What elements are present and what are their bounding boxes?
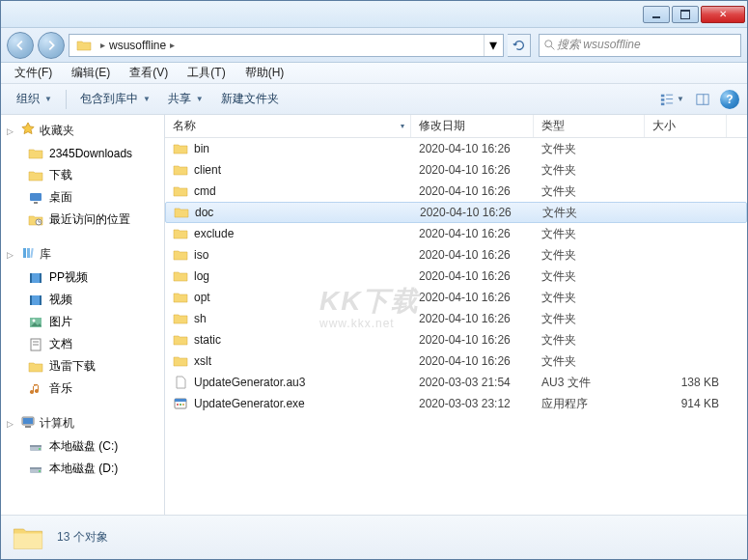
column-header-date[interactable]: 修改日期 xyxy=(411,115,534,137)
search-box[interactable]: 搜索 wsusoffline xyxy=(539,34,741,57)
video-icon xyxy=(28,293,43,308)
preview-pane-button[interactable] xyxy=(689,89,716,110)
file-name: sh xyxy=(194,312,207,325)
forward-button[interactable] xyxy=(38,32,65,59)
svg-rect-37 xyxy=(175,399,186,402)
menu-item[interactable]: 查看(V) xyxy=(120,63,178,83)
file-row[interactable]: doc2020-04-10 16:26文件夹 xyxy=(165,202,747,223)
sort-indicator-icon: ▾ xyxy=(401,122,404,130)
svg-rect-11 xyxy=(34,202,38,204)
sidebar-item[interactable]: 桌面 xyxy=(1,186,164,209)
menu-item[interactable]: 编辑(E) xyxy=(62,63,120,83)
folder-icon xyxy=(173,226,188,241)
navigation-pane[interactable]: ▷收藏夹2345Downloads下载桌面最近访问的位置▷库PP视频视频图片文档… xyxy=(1,115,165,515)
file-type: 文件夹 xyxy=(534,247,645,264)
file-type: 文件夹 xyxy=(534,353,645,370)
minimize-button[interactable] xyxy=(643,6,670,23)
file-list[interactable]: KK下载 www.kkx.net bin2020-04-10 16:26文件夹c… xyxy=(165,138,747,515)
chevron-down-icon: ▼ xyxy=(677,95,684,103)
file-row[interactable]: exclude2020-04-10 16:26文件夹 xyxy=(165,223,747,244)
sidebar-item[interactable]: 图片 xyxy=(1,311,164,333)
sidebar-item[interactable]: 2345Downloads xyxy=(1,143,164,164)
status-text: 13 个对象 xyxy=(57,529,108,546)
file-name: static xyxy=(194,333,221,347)
include-in-library-button[interactable]: 包含到库中▼ xyxy=(72,87,158,111)
file-row[interactable]: opt2020-04-10 16:26文件夹 xyxy=(165,287,747,308)
file-row[interactable]: iso2020-04-10 16:26文件夹 xyxy=(165,244,747,266)
svg-rect-17 xyxy=(30,273,32,283)
sidebar-item[interactable]: 下载 xyxy=(1,164,164,186)
file-icon xyxy=(173,375,188,390)
file-row[interactable]: sh2020-04-10 16:26文件夹 xyxy=(165,308,747,329)
sidebar-group-computer[interactable]: ▷计算机 xyxy=(1,411,164,435)
sidebar-item[interactable]: 音乐 xyxy=(1,378,164,400)
new-folder-button[interactable]: 新建文件夹 xyxy=(213,87,287,111)
file-size: 138 KB xyxy=(645,376,727,389)
file-date: 2020-04-10 16:26 xyxy=(411,248,534,262)
menu-item[interactable]: 帮助(H) xyxy=(235,63,294,83)
view-options-button[interactable]: ▼ xyxy=(658,89,685,110)
svg-point-40 xyxy=(182,404,184,406)
sidebar-item[interactable]: 视频 xyxy=(1,289,164,311)
sidebar-item[interactable]: PP视频 xyxy=(1,266,164,289)
chevron-down-icon: ▼ xyxy=(143,95,151,103)
svg-rect-2 xyxy=(661,94,665,97)
file-date: 2020-03-03 21:54 xyxy=(411,376,534,389)
svg-rect-29 xyxy=(25,426,31,428)
file-row[interactable]: static2020-04-10 16:26文件夹 xyxy=(165,329,747,350)
organize-button[interactable]: 组织▼ xyxy=(9,87,60,111)
file-row[interactable]: cmd2020-04-10 16:26文件夹 xyxy=(165,181,747,202)
menu-bar: 文件(F)编辑(E)查看(V)工具(T)帮助(H) xyxy=(1,63,747,84)
folder-icon xyxy=(28,359,43,375)
drive-icon xyxy=(28,462,43,477)
file-row[interactable]: UpdateGenerator.au32020-03-03 21:54AU3 文… xyxy=(165,372,747,393)
arrow-left-icon xyxy=(14,39,27,52)
sidebar-group-libraries[interactable]: ▷库 xyxy=(1,242,164,266)
file-date: 2020-04-10 16:26 xyxy=(411,354,534,368)
sidebar-group-label: 计算机 xyxy=(40,415,74,432)
file-row[interactable]: log2020-04-10 16:26文件夹 xyxy=(165,266,747,287)
sidebar-item[interactable]: 本地磁盘 (C:) xyxy=(1,435,164,458)
file-row[interactable]: UpdateGenerator.exe2020-03-03 23:12应用程序9… xyxy=(165,393,747,414)
sidebar-item-label: 2345Downloads xyxy=(49,147,132,160)
svg-rect-18 xyxy=(40,273,42,283)
file-name: xslt xyxy=(194,354,211,368)
maximize-button[interactable] xyxy=(672,6,699,23)
file-row[interactable]: xslt2020-04-10 16:26文件夹 xyxy=(165,350,747,372)
breadcrumb-segment[interactable]: wsusoffline xyxy=(109,39,166,52)
svg-rect-7 xyxy=(666,102,673,103)
menu-item[interactable]: 文件(F) xyxy=(5,63,62,83)
address-bar[interactable]: ▸ wsusoffline ▸ ▾ xyxy=(69,34,504,57)
folder-icon xyxy=(173,332,188,348)
breadcrumb-separator-icon[interactable]: ▸ xyxy=(97,40,109,50)
breadcrumb-separator-icon[interactable]: ▸ xyxy=(166,40,179,50)
separator xyxy=(66,90,67,109)
address-dropdown-button[interactable]: ▾ xyxy=(484,35,501,56)
search-placeholder: 搜索 wsusoffline xyxy=(557,37,736,53)
menu-item[interactable]: 工具(T) xyxy=(178,63,235,83)
column-header-size[interactable]: 大小 xyxy=(645,115,727,137)
column-header-type[interactable]: 类型 xyxy=(534,115,645,137)
file-row[interactable]: bin2020-04-10 16:26文件夹 xyxy=(165,138,747,159)
close-button[interactable]: ✕ xyxy=(701,6,745,23)
sidebar-group-favorites[interactable]: ▷收藏夹 xyxy=(1,119,164,143)
help-button[interactable]: ? xyxy=(720,90,739,109)
sidebar-item[interactable]: 迅雷下载 xyxy=(1,355,164,378)
share-button[interactable]: 共享▼ xyxy=(160,87,211,111)
file-type: 文件夹 xyxy=(534,183,645,200)
svg-rect-34 xyxy=(30,467,42,469)
folder-icon xyxy=(28,146,43,161)
status-bar: 13 个对象 xyxy=(1,515,747,559)
nav-bar: ▸ wsusoffline ▸ ▾ 搜索 wsusoffline xyxy=(1,28,747,63)
file-type: 应用程序 xyxy=(534,396,645,412)
sidebar-item[interactable]: 本地磁盘 (D:) xyxy=(1,458,164,480)
refresh-button[interactable] xyxy=(508,34,531,57)
explorer-window: ✕ ▸ wsusoffline ▸ ▾ 搜索 wsusoffline 文件(F)… xyxy=(0,0,748,560)
column-header-name[interactable]: 名称▾ xyxy=(165,115,411,137)
sidebar-item[interactable]: 最近访问的位置 xyxy=(1,209,164,231)
sidebar-item-label: 文档 xyxy=(49,336,72,352)
back-button[interactable] xyxy=(7,32,34,59)
sidebar-item[interactable]: 文档 xyxy=(1,333,164,355)
file-view: 名称▾ 修改日期 类型 大小 KK下载 www.kkx.net bin2020-… xyxy=(165,115,747,515)
file-row[interactable]: client2020-04-10 16:26文件夹 xyxy=(165,159,747,181)
